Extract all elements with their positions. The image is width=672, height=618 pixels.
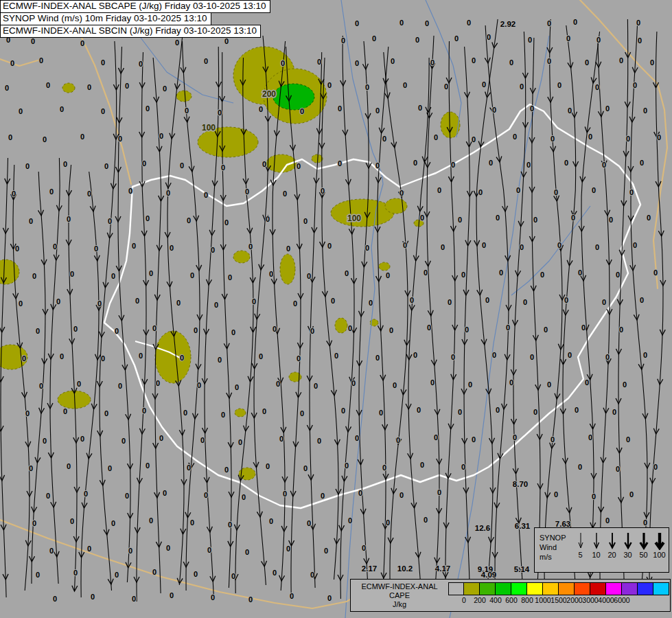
station-value-zero: 0: [53, 595, 57, 603]
station-value-zero: 0: [218, 108, 222, 117]
station-value-zero: 0: [224, 466, 229, 474]
station-value-zero: 0: [266, 462, 270, 470]
station-value-zero: 0: [513, 133, 517, 141]
station-value-zero: 0: [281, 59, 285, 67]
cape-tick-label: 400: [489, 596, 502, 604]
station-value-zero: 0: [46, 492, 50, 500]
station-value-zero: 0: [286, 545, 290, 553]
station-value-zero: 0: [163, 489, 167, 497]
station-value-zero: 0: [372, 34, 376, 43]
streamline: [50, 158, 60, 584]
station-value-zero: 0: [224, 218, 229, 227]
station-value-zero: 0: [97, 299, 102, 308]
station-value-zero: 0: [619, 325, 623, 334]
station-value-zero: 0: [8, 133, 12, 141]
station-value-zero: 0: [520, 82, 524, 91]
station-value-zero: 0: [185, 106, 189, 115]
station-value-zero: 0: [547, 57, 551, 65]
station-value-zero: 0: [146, 214, 150, 222]
station-value-zero: 0: [87, 83, 91, 91]
station-value-zero: 0: [605, 104, 610, 113]
station-value-zero: 0: [530, 353, 534, 361]
station-value-zero: 0: [80, 435, 84, 443]
cape-tick-label: 600: [505, 596, 518, 604]
station-value-zero: 0: [231, 328, 235, 336]
station-value-zero: 0: [190, 518, 194, 527]
station-value-zero: 0: [139, 60, 143, 68]
station-value-zero: 0: [523, 298, 527, 306]
station-value-zero: 0: [39, 382, 43, 390]
cape-colorbar-swatches: [448, 582, 669, 595]
station-value-zero: 0: [348, 516, 352, 525]
streamline: [118, 47, 130, 582]
station-value-zero: 0: [279, 435, 283, 443]
station-value-zero: 0: [300, 107, 304, 115]
station-value-zero: 0: [451, 353, 455, 361]
station-value-zero: 0: [448, 298, 452, 306]
station-value-zero: 0: [152, 568, 157, 576]
station-value-zero: 0: [557, 241, 561, 249]
station-value-zero: 0: [80, 39, 84, 47]
station-value-zero: 0: [310, 327, 314, 335]
cape-swatch: [511, 582, 527, 595]
wind-legend-scale: 510203050100: [572, 528, 669, 572]
station-value-zero: 0: [67, 462, 71, 470]
station-value-zero: 0: [341, 36, 345, 45]
station-value-zero: 0: [252, 297, 256, 306]
wind-legend-param: Wind: [540, 542, 572, 552]
station-value-zero: 0: [540, 271, 544, 279]
wind-speed-label: 100: [653, 551, 665, 559]
station-value-zero: 0: [595, 243, 599, 251]
streamline: [286, 47, 301, 596]
wind-speed-item: 10: [588, 531, 604, 572]
station-value-zero: 0: [472, 435, 476, 444]
station-value-zero: 0: [619, 56, 623, 65]
station-value-zero: 0: [300, 409, 304, 417]
station-value-zero: 0: [73, 569, 78, 577]
station-value-zero: 0: [382, 464, 386, 472]
station-value-zero: 0: [211, 246, 215, 254]
wind-speed-label: 30: [623, 551, 632, 559]
station-value-zero: 0: [180, 161, 184, 170]
station-value-zero: 0: [633, 81, 637, 89]
station-value-zero: 0: [101, 354, 105, 363]
cape-colorbar: 0200400600800100015002000300040006000: [448, 582, 669, 611]
station-value-zero: 0: [156, 379, 160, 387]
station-value-zero: 0: [533, 216, 537, 224]
station-value-zero: 0: [262, 160, 266, 168]
station-value-zero: 0: [91, 593, 95, 601]
streamline: [1, 158, 8, 597]
streamline: [69, 165, 77, 591]
station-value-zero: 0: [425, 19, 429, 27]
station-value-zero: 0: [327, 594, 332, 602]
station-value-zero: 0: [478, 188, 483, 196]
station-value-zero: 0: [638, 36, 642, 45]
station-value-zero: 0: [595, 83, 599, 91]
streamline: [464, 47, 470, 582]
station-value-zero: 0: [166, 544, 170, 552]
station-value-zero: 0: [588, 133, 592, 141]
station-value-zero: 0: [19, 299, 23, 308]
cape-legend-units: J/kg: [351, 600, 448, 609]
wind-speed-label: 10: [592, 551, 600, 559]
station-value-zero: 0: [355, 19, 359, 27]
title-line-wind: SYNOP Wind (m/s) 10m Friday 03-10-2025 1…: [0, 12, 211, 25]
station-value-zero: 0: [60, 352, 64, 360]
cape-legend-source: ECMWF-INDEX-ANAL: [351, 582, 448, 591]
station-value-zero: 0: [379, 409, 383, 417]
river: [341, 0, 383, 618]
station-value-zero: 0: [528, 36, 532, 44]
station-value-zero: 0: [585, 58, 589, 67]
streamline: [81, 172, 99, 597]
streamline-arrowhead-icon: [0, 475, 5, 481]
station-value-zero: 0: [290, 592, 294, 600]
station-value-zero: 0: [564, 159, 568, 167]
streamline: [183, 41, 200, 591]
station-value-zero: 0: [424, 268, 428, 277]
station-value-zero: 0: [551, 435, 555, 444]
streamline: [408, 58, 429, 593]
cape-swatch: [543, 582, 559, 595]
station-value-zero: 0: [629, 188, 634, 196]
station-value-zero: 0: [36, 571, 40, 579]
station-value-zero: 0: [22, 354, 26, 363]
